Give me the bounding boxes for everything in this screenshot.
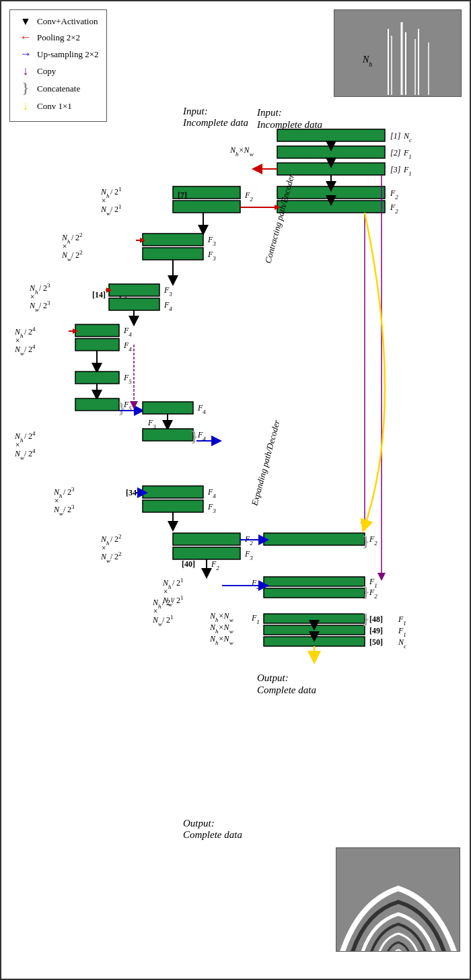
concat-icon: } [18,81,33,96]
svg-text:F3: F3 [207,250,216,262]
svg-text:F3: F3 [244,549,253,561]
svg-text:F4: F4 [207,487,216,499]
svg-text:Nw: Nw [14,345,24,357]
svg-rect-26 [277,186,385,199]
svg-text:Nw: Nw [100,552,110,564]
main-container: ▼ Conv+Activation ← Pooling 2×2 → Up-sam… [0,0,471,980]
svg-text:/: / [162,615,165,625]
svg-text:24: 24 [28,448,36,458]
svg-text:[48]: [48] [369,615,383,624]
svg-rect-97 [143,429,193,441]
svg-text:×: × [54,496,59,505]
svg-text:F1: F1 [251,613,260,625]
svg-text:Nc: Nc [398,637,406,650]
copy-label: Copy [37,66,56,77]
svg-text:/: / [24,345,27,354]
svg-text:/: / [110,534,113,544]
svg-text:Incomplete data: Incomplete data [256,119,322,130]
svg-text:F1: F1 [403,148,412,160]
svg-text:Complete data: Complete data [257,685,316,695]
svg-text:21: 21 [166,596,174,607]
svg-text:[3]: [3] [390,165,401,174]
conv1x1-label: Conv 1×1 [37,101,72,112]
svg-text:24: 24 [28,343,36,354]
svg-text:F5: F5 [123,400,132,412]
svg-rect-89 [75,398,119,411]
svg-text:×: × [15,336,20,345]
svg-rect-110 [143,500,203,512]
svg-text:/: / [110,552,113,561]
svg-text:×: × [15,440,20,450]
svg-text:/: / [39,301,42,310]
svg-text:/: / [71,250,74,260]
svg-text:[14]: [14] [92,290,106,300]
svg-rect-142 [264,588,365,598]
svg-text:/: / [39,283,42,293]
svg-text:Nh: Nh [53,487,63,499]
svg-text:/: / [63,487,66,497]
svg-text:×: × [153,606,158,616]
svg-text:F3: F3 [164,285,172,298]
svg-text:F2: F2 [251,578,260,590]
svg-text:22: 22 [75,249,83,260]
legend-concatenate: } Concatenate [18,81,98,96]
svg-text:Nc: Nc [403,131,412,143]
svg-text:}: } [363,610,369,627]
svg-text:Nw: Nw [29,301,39,313]
svg-text:F2: F2 [244,190,253,203]
svg-text:[49]: [49] [369,626,383,635]
legend-copy: ↓ Copy [18,64,98,78]
svg-text:23: 23 [43,282,50,293]
legend-upsampling: → Up-sampling 2×2 [18,47,98,61]
svg-rect-129 [264,533,365,545]
svg-text:Nw: Nw [61,250,71,262]
svg-text:[34]: [34] [126,488,139,497]
svg-text:Nh: Nh [14,431,24,444]
svg-text:F2: F2 [369,534,377,547]
svg-text:21: 21 [176,577,184,588]
concat-label: Concatenate [37,83,80,94]
svg-text:[40]: [40] [182,559,195,569]
conv1x1-icon: ↓ [18,99,33,113]
input-image: Nw 95% missing Nh [334,9,462,97]
legend-conv: ▼ Conv+Activation [18,15,98,28]
legend-pooling: ← Pooling 2×2 [18,30,98,44]
svg-text:/: / [172,578,175,588]
svg-text:×: × [101,543,106,553]
svg-rect-42 [143,248,203,260]
svg-rect-156 [264,625,365,635]
svg-text:/: / [71,233,74,242]
svg-text:22: 22 [114,533,122,544]
conv-label: Conv+Activation [37,16,98,27]
svg-text:Nh: Nh [14,327,24,339]
svg-text:F2: F2 [390,203,398,215]
svg-text:22: 22 [114,551,122,561]
svg-text:F5: F5 [123,373,132,385]
svg-marker-70 [106,287,112,293]
svg-rect-58 [109,298,159,310]
svg-text:F4: F4 [197,430,206,442]
legend: ▼ Conv+Activation ← Pooling 2×2 → Up-sam… [9,9,107,122]
svg-rect-22 [173,186,240,199]
svg-text:F2: F2 [369,588,377,600]
svg-rect-93 [143,402,193,414]
pooling-label: Pooling 2×2 [37,32,80,43]
svg-text:F4: F4 [123,326,132,338]
svg-text:Nw: Nw [53,505,63,517]
svg-text:Nh: Nh [29,283,38,295]
svg-rect-155 [264,614,365,623]
svg-text:F3: F3 [207,502,216,514]
input-label: Input: Incomplete data [183,106,248,129]
svg-text:24: 24 [28,326,36,337]
svg-text:[50]: [50] [369,637,383,647]
legend-conv1x1: ↓ Conv 1×1 [18,99,98,113]
svg-text:F1: F1 [403,165,412,177]
svg-text:}: } [363,583,369,600]
svg-marker-84 [73,328,78,334]
svg-text:Nw: Nw [152,615,162,627]
svg-rect-23 [173,201,240,213]
svg-text:23: 23 [67,503,75,514]
svg-text:/: / [24,431,27,441]
svg-text:Nh: Nh [152,598,161,610]
svg-rect-41 [143,234,203,246]
